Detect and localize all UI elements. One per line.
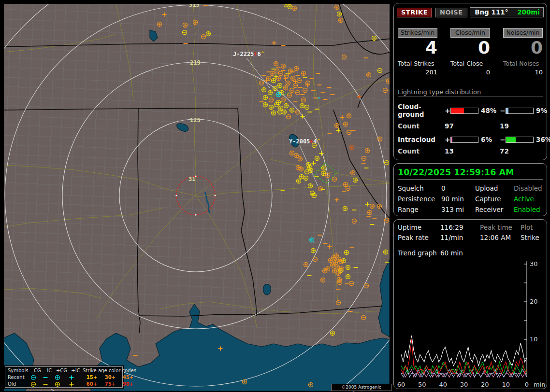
ic-minus-old-icon (43, 381, 55, 387)
range-label: Range (398, 206, 441, 213)
cg-plus-count: 97 (445, 122, 500, 130)
noise-button[interactable]: NOISE (435, 8, 467, 17)
svg-text:313: 313 (189, 4, 200, 8)
bearing-value: Bng 111° (475, 8, 508, 16)
persistence-value: 90 min (441, 195, 475, 203)
persistence-label: Persistence (398, 195, 441, 203)
legend-header: Symbols (8, 368, 30, 374)
svg-text:20: 20 (530, 298, 538, 305)
svg-text:Y-2005+4^: Y-2005+4^ (289, 138, 320, 145)
minus-sign: − (500, 107, 506, 114)
ic-minus-bar (506, 137, 534, 143)
minus-sign: − (500, 136, 506, 143)
map-canvas[interactable]: 31125219313J-2225+6^Y-2005+4^ (4, 4, 390, 391)
symbol-legend: Symbols -CG -IC +CG +IC Strike age color… (5, 366, 123, 388)
close-per-min-button[interactable]: Close/min (450, 28, 490, 38)
peak-time-label: Peak time (480, 224, 521, 231)
total-noises-value: 10 (503, 69, 543, 76)
cg-minus-count: 19 (500, 122, 543, 130)
age-75-label: 75+ (101, 381, 119, 387)
cg-minus-bar (506, 108, 534, 114)
count-label: Count (398, 122, 445, 130)
ic-plus-recent-icon (69, 375, 83, 380)
noises-per-min-value: 0 (503, 39, 543, 57)
noises-per-min-button[interactable]: Noises/min (503, 28, 543, 38)
strikes-per-min-value: 4 (398, 39, 437, 57)
legend-col-ic-minus: -IC (43, 368, 55, 374)
ic-plus-count: 13 (445, 147, 500, 155)
receiver-status: Enabled (514, 206, 543, 213)
svg-text:40: 40 (439, 381, 447, 388)
peak-rate-label: Peak rate (398, 234, 440, 241)
age-15-label: 15+ (83, 375, 101, 380)
capture-status: Active (514, 195, 543, 203)
ic-plus-old-icon (69, 381, 83, 387)
cloud-ground-label: Cloud-ground (398, 103, 445, 118)
cg-plus-pct: 48% (478, 107, 500, 114)
plus-sign: + (445, 107, 450, 114)
svg-text:125: 125 (190, 117, 201, 124)
lightning-map[interactable]: 31125219313J-2225+6^Y-2005+4^ Symbols -C… (4, 4, 390, 391)
ic-plus-bar (450, 137, 478, 143)
noises-counter: Noises/min 0 Total Noises 10 (503, 28, 543, 76)
count-label: Count (398, 147, 445, 155)
total-noises-label: Total Noises (503, 60, 543, 67)
lightning-distribution: Lightning type distribution Cloud-ground… (398, 88, 543, 155)
strikes-per-min-button[interactable]: Strikes/min (398, 28, 437, 38)
age-45-label: 45+ (119, 375, 137, 380)
close-per-min-value: 0 (450, 39, 490, 57)
uptime-label: Uptime (398, 224, 440, 231)
copyright-notice: ©2005 Astrogenic Systems (331, 384, 391, 391)
cg-minus-recent-icon (30, 375, 43, 380)
strikestar-app: 31125219313J-2225+6^Y-2005+4^ Symbols -C… (0, 0, 550, 392)
squelch-value: 0 (441, 184, 475, 192)
svg-text:min: min (534, 381, 546, 388)
uptime-value: 116:29 (440, 224, 480, 231)
intracloud-count-row: Count 13 72 (398, 147, 543, 155)
cg-plus-old-icon (55, 381, 69, 387)
range-value: 313 mi (441, 206, 475, 213)
squelch-label: Squelch (398, 184, 441, 192)
age-60-label: 60+ (83, 381, 101, 387)
receiver-label: Receiver (475, 206, 514, 213)
cloud-ground-count-row: Count 97 19 (398, 122, 543, 130)
cg-minus-old-icon (30, 381, 43, 387)
legend-col-ic-plus: +IC (69, 368, 83, 374)
total-close-label: Total Close (450, 60, 490, 67)
bearing-range-value: 200mi (517, 8, 540, 16)
cg-plus-bar (450, 108, 478, 114)
legend-row-old-label: Old (8, 381, 30, 387)
intracloud-row: Intracloud + 6% − 36% (398, 136, 543, 143)
upload-status: Disabled (514, 184, 543, 192)
svg-text:J-2225+6^: J-2225+6^ (233, 51, 264, 57)
total-strikes-value: 201 (398, 69, 437, 76)
ic-minus-pct: 36% (534, 136, 550, 143)
svg-text:60: 60 (397, 381, 405, 388)
close-counter: Close/min 0 Total Close 0 (450, 28, 490, 76)
bearing-readout: Bng 111° 200mi (470, 7, 544, 17)
svg-text:20: 20 (481, 381, 489, 388)
plot-mode-value: Strike (521, 234, 543, 241)
svg-text:30: 30 (530, 260, 538, 267)
upload-label: Upload (475, 184, 514, 192)
cg-minus-pct: 9% (534, 107, 550, 114)
strikes-counter: Strikes/min 4 Total Strikes 201 (398, 28, 437, 76)
strike-button[interactable]: STRIKE (397, 8, 432, 17)
svg-text:219: 219 (190, 59, 201, 66)
legend-col-cg-minus: -CG (30, 368, 43, 374)
ic-minus-count: 72 (500, 147, 543, 155)
svg-text:0: 0 (525, 381, 529, 388)
cloud-ground-row: Cloud-ground + 48% − 9% (398, 103, 543, 118)
cg-plus-recent-icon (55, 375, 69, 380)
age-30-label: 30+ (101, 375, 119, 380)
legend-age-title: Strike age color codes (83, 368, 137, 374)
peak-time-value: 12:06 AM (480, 234, 521, 241)
ic-minus-recent-icon (43, 375, 55, 380)
intracloud-label: Intracloud (398, 136, 445, 143)
plus-sign: + (445, 136, 450, 143)
trend-graph: 1020306050403020100min (394, 250, 547, 390)
svg-text:31: 31 (188, 176, 195, 182)
capture-label: Capture (475, 195, 514, 203)
total-strikes-label: Total Strikes (398, 60, 437, 67)
ic-plus-pct: 6% (478, 136, 500, 143)
